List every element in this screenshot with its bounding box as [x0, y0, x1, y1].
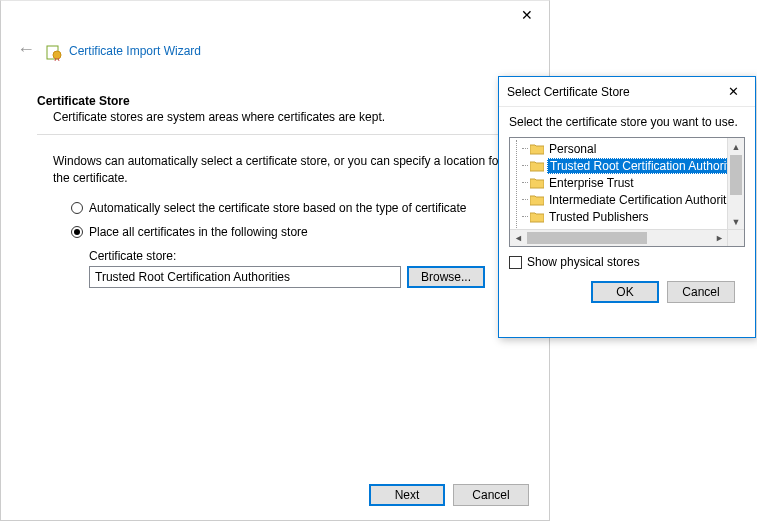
dialog-titlebar: Select Certificate Store ✕: [499, 77, 755, 107]
wizard-paragraph: Windows can automatically select a certi…: [37, 153, 513, 201]
tree-item-trusted-publishers[interactable]: Trusted Publishers: [516, 208, 728, 225]
scroll-right-icon[interactable]: ►: [711, 230, 728, 246]
tree-item-trusted-root[interactable]: Trusted Root Certification Authorities: [516, 157, 728, 174]
tree-list: Personal Trusted Root Certification Auth…: [510, 138, 728, 242]
dialog-footer: OK Cancel: [509, 269, 745, 303]
tree-item-label: Personal: [547, 142, 598, 156]
radio-place-label: Place all certificates in the following …: [89, 225, 308, 239]
folder-icon: [530, 177, 544, 189]
folder-icon: [530, 194, 544, 206]
radio-auto-select[interactable]: Automatically select the certificate sto…: [71, 201, 513, 215]
scrollbar-thumb[interactable]: [527, 232, 647, 244]
dialog-title: Select Certificate Store: [507, 85, 630, 99]
browse-button[interactable]: Browse...: [407, 266, 485, 288]
section-title: Certificate Store: [37, 94, 513, 108]
tree-item-personal[interactable]: Personal: [516, 140, 728, 157]
select-certificate-store-dialog: Select Certificate Store ✕ Select the ce…: [498, 76, 756, 338]
checkbox-icon: [509, 256, 522, 269]
tree-item-label: Trusted Root Certification Authorities: [547, 158, 745, 174]
scrollbar-corner: [727, 229, 744, 246]
horizontal-scrollbar[interactable]: ◄ ►: [510, 229, 728, 246]
radio-icon: [71, 202, 83, 214]
next-button[interactable]: Next: [369, 484, 445, 506]
vertical-scrollbar[interactable]: ▲ ▼: [727, 138, 744, 230]
tree-item-label: Intermediate Certification Authorities: [547, 193, 744, 207]
folder-icon: [530, 143, 544, 155]
close-icon[interactable]: ✕: [711, 77, 755, 107]
certificate-icon: [45, 43, 61, 59]
certificate-store-tree: Personal Trusted Root Certification Auth…: [509, 137, 745, 247]
certificate-store-input[interactable]: [89, 266, 401, 288]
wizard-header: ← Certificate Import Wizard: [1, 29, 549, 70]
radio-icon: [71, 226, 83, 238]
dialog-prompt: Select the certificate store you want to…: [509, 115, 745, 129]
show-physical-label: Show physical stores: [527, 255, 640, 269]
certificate-store-block: Certificate store: Browse...: [37, 249, 513, 288]
show-physical-stores-checkbox[interactable]: Show physical stores: [509, 255, 745, 269]
back-arrow-icon[interactable]: ←: [15, 39, 37, 62]
folder-icon: [530, 160, 544, 172]
tree-item-label: Enterprise Trust: [547, 176, 636, 190]
tree-item-label: Trusted Publishers: [547, 210, 651, 224]
wizard-body: Certificate Store Certificate stores are…: [1, 70, 549, 288]
scroll-up-icon[interactable]: ▲: [728, 138, 744, 155]
radio-group: Automatically select the certificate sto…: [37, 201, 513, 239]
close-icon[interactable]: ✕: [505, 1, 549, 29]
scrollbar-thumb[interactable]: [730, 155, 742, 195]
dialog-body: Select the certificate store you want to…: [499, 107, 755, 313]
radio-place-all[interactable]: Place all certificates in the following …: [71, 225, 513, 239]
scroll-down-icon[interactable]: ▼: [728, 213, 744, 230]
wizard-title: Certificate Import Wizard: [69, 44, 201, 58]
wizard-footer: Next Cancel: [369, 484, 529, 506]
cancel-button[interactable]: Cancel: [453, 484, 529, 506]
certificate-import-wizard: ✕ ← Certificate Import Wizard Certificat…: [0, 0, 550, 521]
folder-icon: [530, 211, 544, 223]
scroll-left-icon[interactable]: ◄: [510, 230, 527, 246]
section-description: Certificate stores are system areas wher…: [37, 110, 513, 124]
svg-point-1: [53, 51, 61, 59]
wizard-titlebar: ✕: [1, 1, 549, 29]
tree-item-enterprise-trust[interactable]: Enterprise Trust: [516, 174, 728, 191]
ok-button[interactable]: OK: [591, 281, 659, 303]
tree-item-intermediate[interactable]: Intermediate Certification Authorities: [516, 191, 728, 208]
divider: [37, 134, 513, 135]
cancel-button[interactable]: Cancel: [667, 281, 735, 303]
radio-auto-label: Automatically select the certificate sto…: [89, 201, 467, 215]
store-field-label: Certificate store:: [89, 249, 513, 263]
